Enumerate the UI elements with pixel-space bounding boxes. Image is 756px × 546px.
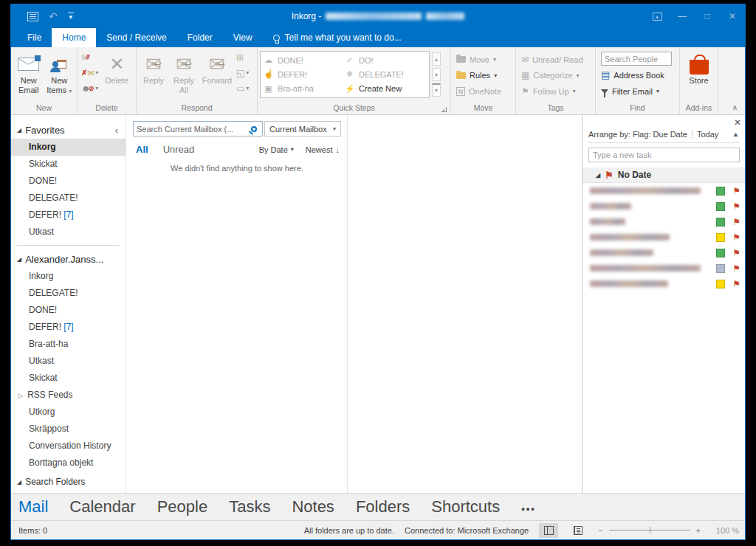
- nav-notes[interactable]: Notes: [292, 497, 334, 516]
- folder-done-favorite[interactable]: DONE!: [11, 173, 126, 190]
- outlook-app-icon[interactable]: [27, 12, 38, 21]
- task-row[interactable]: ⚑: [583, 198, 745, 214]
- new-items-button[interactable]: NewItems ▾: [44, 49, 75, 96]
- tab-send-receive[interactable]: Send / Receive: [96, 28, 176, 47]
- filter-tab-all[interactable]: All: [136, 144, 148, 155]
- search-folders-header[interactable]: ◢ Search Folders: [11, 473, 126, 491]
- sort-by-date-button[interactable]: By Date▾: [259, 145, 294, 154]
- customize-qat-icon[interactable]: ▼: [68, 13, 74, 21]
- folder-rss-feeds[interactable]: ▷RSS Feeds: [11, 387, 126, 404]
- ignore-button[interactable]: ✉✗: [81, 52, 99, 63]
- nav-folders[interactable]: Folders: [356, 497, 410, 516]
- category-square[interactable]: [716, 280, 725, 288]
- favorites-header[interactable]: ◢ Favorites ‹: [11, 121, 126, 139]
- zoom-slider[interactable]: [609, 530, 690, 531]
- nav-people[interactable]: People: [157, 497, 208, 516]
- folder-borttagna-objekt[interactable]: Borttagna objekt: [11, 455, 126, 471]
- folder-utkast[interactable]: Utkast: [11, 353, 126, 370]
- folder-inkorg-favorite[interactable]: Inkorg: [11, 139, 126, 156]
- move-button[interactable]: Move▾: [456, 52, 501, 66]
- nav-more-button[interactable]: •••: [521, 503, 536, 514]
- search-scope-dropdown[interactable]: Current Mailbox ▾: [264, 121, 341, 136]
- quick-step-create-new[interactable]: ⚡Create New: [345, 82, 426, 96]
- sort-ascending-icon[interactable]: ▲: [732, 131, 739, 138]
- folder-skickat[interactable]: Skickat: [11, 370, 126, 387]
- search-icon[interactable]: [251, 126, 257, 132]
- category-square[interactable]: [716, 233, 725, 242]
- delete-button[interactable]: ✕ Delete: [100, 49, 134, 86]
- minimize-button[interactable]: —: [670, 4, 695, 28]
- task-row[interactable]: ⚑: [583, 214, 745, 229]
- zoom-out-button[interactable]: −: [598, 526, 602, 535]
- category-square[interactable]: [716, 187, 725, 196]
- quick-steps-more-button[interactable]: ▼: [432, 83, 441, 97]
- maximize-button[interactable]: □: [695, 4, 720, 28]
- quick-steps-scroll-up[interactable]: ▲: [432, 52, 441, 66]
- folder-bra-att-ha[interactable]: Bra-att-ha: [11, 336, 126, 353]
- new-email-button[interactable]: NewEmail: [13, 49, 44, 95]
- reading-view-button[interactable]: [568, 523, 588, 538]
- task-row[interactable]: ⚑: [583, 229, 745, 245]
- task-row[interactable]: ⚑: [583, 276, 745, 291]
- task-row[interactable]: ⚑: [583, 260, 745, 276]
- todo-group-no-date[interactable]: ◢ ⚑ No Date: [583, 167, 745, 183]
- filter-email-button[interactable]: Filter Email▾: [601, 84, 672, 98]
- folder-utkast-favorite[interactable]: Utkast: [11, 224, 126, 241]
- tab-folder[interactable]: Folder: [177, 28, 223, 47]
- forward-button[interactable]: ✉↪ Forward: [199, 49, 235, 86]
- onenote-button[interactable]: NOneNote: [456, 84, 501, 98]
- folder-done[interactable]: DONE!: [11, 302, 126, 319]
- quick-step-bra-att-ha[interactable]: ▣Bra-att-ha: [264, 82, 345, 96]
- folder-conversation-history[interactable]: Conversation History: [11, 438, 126, 455]
- junk-button[interactable]: ☻⊘▾: [81, 83, 99, 94]
- unread-read-button[interactable]: ✉Unread/ Read: [521, 52, 583, 66]
- filter-tab-unread[interactable]: Unread: [163, 144, 195, 155]
- more-respond-icon[interactable]: ▭▾: [236, 83, 249, 94]
- sort-order-button[interactable]: Newest↓: [306, 145, 340, 154]
- rules-button[interactable]: Rules▾: [456, 69, 501, 83]
- ribbon-display-options-button[interactable]: ▲: [645, 4, 670, 28]
- flag-icon[interactable]: ⚑: [732, 217, 740, 227]
- store-button[interactable]: Store: [682, 49, 715, 86]
- nav-calendar[interactable]: Calendar: [69, 497, 135, 516]
- task-row[interactable]: ⚑: [583, 245, 745, 260]
- folder-skrappost[interactable]: Skräppost: [11, 421, 126, 438]
- category-square[interactable]: [716, 249, 725, 258]
- nav-mail[interactable]: Mail: [18, 497, 48, 516]
- flag-icon[interactable]: ⚑: [732, 186, 740, 196]
- flag-icon[interactable]: ⚑: [732, 279, 740, 289]
- flag-icon[interactable]: ⚑: [732, 201, 740, 212]
- folder-defer-favorite[interactable]: DEFER! [7]: [11, 207, 126, 224]
- im-icon[interactable]: ◱▾: [236, 68, 249, 78]
- arrange-by-button[interactable]: Arrange by: Flag: Due Date: [588, 130, 687, 139]
- quick-step-delegate[interactable]: ❄DELEGATE!: [345, 67, 426, 81]
- clean-up-button[interactable]: ✗✉▾: [81, 68, 99, 78]
- quick-steps-dialog-launcher-icon[interactable]: [441, 107, 447, 112]
- tab-file[interactable]: File: [17, 28, 52, 47]
- task-row[interactable]: ⚑: [583, 183, 745, 198]
- quick-step-do[interactable]: ✓DO!: [345, 53, 426, 67]
- reply-all-button[interactable]: ✉↩ ReplyAll: [168, 49, 199, 95]
- folder-skickat-favorite[interactable]: Skickat: [11, 156, 126, 173]
- flag-icon[interactable]: ⚑: [732, 263, 740, 274]
- meeting-icon[interactable]: ⊞: [236, 52, 249, 63]
- folder-delegate-favorite[interactable]: DELEGATE!: [11, 190, 126, 207]
- folder-delegate[interactable]: DELEGATE!: [11, 285, 126, 302]
- quick-step-defer[interactable]: ☝DEFER!: [264, 67, 345, 81]
- undo-icon[interactable]: ↶: [49, 11, 58, 21]
- minimize-folder-pane-icon[interactable]: ‹: [115, 125, 118, 136]
- follow-up-button[interactable]: ⚑Follow Up▾: [521, 84, 583, 98]
- folder-defer[interactable]: DEFER! [7]: [11, 319, 126, 336]
- folder-inkorg[interactable]: Inkorg: [11, 268, 126, 285]
- close-button[interactable]: ✕: [720, 4, 745, 28]
- new-task-input[interactable]: [588, 148, 740, 162]
- close-todo-bar-icon[interactable]: ✕: [732, 117, 743, 128]
- category-square[interactable]: [716, 264, 725, 273]
- flag-icon[interactable]: ⚑: [732, 248, 740, 258]
- zoom-level[interactable]: 100 %: [711, 526, 739, 535]
- today-button[interactable]: Today: [697, 130, 718, 139]
- tell-me-box[interactable]: Tell me what you want to do...: [273, 28, 402, 47]
- account-header[interactable]: ◢ Alexander.Janss...: [11, 250, 126, 268]
- search-mailbox-input[interactable]: [134, 125, 251, 134]
- reply-button[interactable]: ✉↩ Reply: [139, 49, 168, 86]
